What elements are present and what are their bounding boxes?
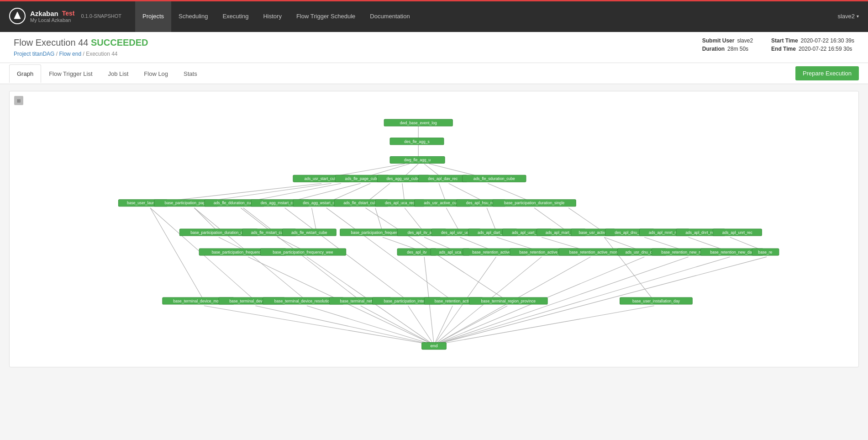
svg-text:des_apl_dav_rec: des_apl_dav_rec <box>428 176 458 181</box>
svg-text:des_apl_itv: des_apl_itv <box>407 250 427 254</box>
svg-text:end: end <box>430 343 437 348</box>
svg-text:ads_fle_mstart_cube: ads_fle_mstart_cube <box>251 230 288 235</box>
nav-brand: Azkaban Test My Local Azkaban 0.1.0-SNAP… <box>9 8 121 24</box>
node-base_user_installation_day[interactable]: base_user_installation_day <box>620 297 693 304</box>
end-time-value: 2020-07-22 16:59 30s <box>799 46 852 52</box>
tab-stats[interactable]: Stats <box>176 64 205 83</box>
svg-text:base_terminal_region_province: base_terminal_region_province <box>481 299 536 303</box>
node-base_terminal_region_province[interactable]: base_terminal_region_province <box>469 297 547 304</box>
tab-graph[interactable]: Graph <box>9 64 41 83</box>
svg-text:ads_fle_wstart_cube: ads_fle_wstart_cube <box>291 230 327 235</box>
svg-text:ads_apl_unrt_rec: ads_apl_unrt_rec <box>722 230 753 235</box>
breadcrumb-project-link[interactable]: Project titanDAG <box>14 51 54 57</box>
start-time-label: Start Time <box>771 37 798 44</box>
svg-text:des_apl_hsu_rec: des_apl_hsu_rec <box>466 201 496 206</box>
node-des_apl_dav_rec[interactable]: des_apl_dav_rec <box>418 175 467 182</box>
svg-text:base_terminal_device_resolutio: base_terminal_device_resolution <box>274 299 331 303</box>
node-ads_apl_unrt_rec[interactable]: ads_apl_unrt_rec <box>713 229 762 236</box>
svg-line-44 <box>434 306 508 345</box>
nav-link-flow-trigger-schedule[interactable]: Flow Trigger Schedule <box>289 0 363 32</box>
nav-logo <box>9 8 26 24</box>
svg-text:ads_fle_dstart_cube: ads_fle_dstart_cube <box>343 201 379 206</box>
node-base_participation_duration_single[interactable]: base_participation_duration_single <box>493 200 576 207</box>
svg-text:ads_apl_mnrt_rec: ads_apl_mnrt_rec <box>649 230 680 235</box>
svg-text:ads_apl_dnrt_rec: ads_apl_dnrt_rec <box>685 230 716 235</box>
duration-label: Duration <box>702 46 725 52</box>
duration-value: 28m 50s <box>727 46 748 52</box>
svg-text:base_participation_page: base_participation_page <box>165 201 208 206</box>
node-dwg_fle_agg_u[interactable]: dwg_fle_agg_u <box>390 157 445 164</box>
svg-text:ads_fle_sduration_cube: ads_fle_sduration_cube <box>473 176 515 181</box>
svg-text:base_participation_duration_da: base_participation_duration_day <box>190 230 247 235</box>
node-des_fle_agg_s[interactable]: des_fle_agg_s <box>390 138 444 145</box>
svg-text:base_re: base_re <box>758 250 772 254</box>
svg-text:base_retention_new_day: base_retention_new_day <box>710 250 754 254</box>
tab-flow-log[interactable]: Flow Log <box>136 64 176 83</box>
brand-name: Azkaban <box>30 10 58 17</box>
test-sub: My Local Azkaban <box>30 17 74 23</box>
svg-text:des_fle_agg_s: des_fle_agg_s <box>404 139 430 144</box>
svg-line-46 <box>150 208 204 301</box>
nav-link-executing[interactable]: Executing <box>215 0 256 32</box>
svg-line-39 <box>255 306 434 345</box>
header-meta: Submit User slave2 Duration 28m 50s Star… <box>702 37 854 52</box>
node-ads_fle_sduration_cube[interactable]: ads_fle_sduration_cube <box>463 175 526 182</box>
node-dwd_base_event_log[interactable]: dwd_base_event_log <box>384 119 452 126</box>
end-time-label: End Time <box>771 46 796 52</box>
tabs: Graph Flow Trigger List Job List Flow Lo… <box>9 64 205 82</box>
nav-links: Projects Scheduling Executing History Fl… <box>135 0 837 32</box>
tab-flow-trigger-list[interactable]: Flow Trigger List <box>41 64 100 83</box>
node-end[interactable]: end <box>422 343 447 350</box>
nav-username: slave2 <box>837 13 855 20</box>
submit-user-value: slave2 <box>737 37 753 44</box>
header-left: Flow Execution 44 SUCCEEDED Project tita… <box>14 37 148 57</box>
svg-line-41 <box>361 306 434 345</box>
node-ads_fle_wstart_cube[interactable]: ads_fle_wstart_cube <box>282 229 336 236</box>
nav-user-menu[interactable]: slave2 <box>837 13 859 20</box>
svg-text:base_retention_active_month: base_retention_active_month <box>569 250 621 254</box>
breadcrumb-execution: Execution 44 <box>86 51 117 57</box>
svg-line-53 <box>604 237 654 301</box>
breadcrumb: Project titanDAG / Flow end / Execution … <box>14 51 148 57</box>
navbar: Azkaban Test My Local Azkaban 0.1.0-SNAP… <box>0 0 868 32</box>
graph-tool-grid[interactable]: ⊞ <box>14 96 23 105</box>
svg-text:des_agg_usr_cube: des_agg_usr_cube <box>387 176 420 181</box>
nav-link-projects[interactable]: Projects <box>135 0 171 32</box>
nav-link-history[interactable]: History <box>256 0 289 32</box>
page-header: Flow Execution 44 SUCCEEDED Project tita… <box>0 32 868 63</box>
status-badge: SUCCEEDED <box>91 37 148 48</box>
nav-link-scheduling[interactable]: Scheduling <box>171 0 215 32</box>
svg-line-40 <box>307 306 434 345</box>
breadcrumb-flow-link[interactable]: Flow end <box>59 51 81 57</box>
graph-tools: ⊞ <box>14 96 23 105</box>
svg-text:base_usr_active: base_usr_active <box>579 230 608 235</box>
start-time-value: 2020-07-22 16:30 39s <box>801 37 854 44</box>
svg-text:dwd_base_event_log: dwd_base_event_log <box>400 121 437 125</box>
submit-user-label: Submit User <box>702 37 735 44</box>
prepare-execution-button[interactable]: Prepare Execution <box>795 66 859 80</box>
svg-text:ads_fle_dduration_cube: ads_fle_dduration_cube <box>214 201 256 206</box>
node-base_participation_frequency_wee[interactable]: base_participation_frequency_wee <box>260 249 346 255</box>
svg-text:des_apl_usr_uca: des_apl_usr_uca <box>441 230 471 235</box>
svg-text:ads_usr_active_cube: ads_usr_active_cube <box>424 201 461 206</box>
tab-bar: Graph Flow Trigger List Job List Flow Lo… <box>0 63 868 84</box>
tab-job-list[interactable]: Job List <box>100 64 137 83</box>
svg-text:des_apl_uca_rec: des_apl_uca_rec <box>385 201 415 206</box>
svg-line-43 <box>434 306 453 345</box>
svg-text:base_retention_activit: base_retention_activit <box>435 299 473 303</box>
node-base_re[interactable]: base_re <box>752 249 779 255</box>
graph-container: ⊞ <box>9 91 859 367</box>
svg-text:dwg_fle_agg_u: dwg_fle_agg_u <box>404 158 431 162</box>
flow-title: Flow Execution 44 SUCCEEDED <box>14 37 148 48</box>
svg-text:base_participation_frequency_w: base_participation_frequency_wee <box>273 250 333 254</box>
svg-text:base_participation_duration_si: base_participation_duration_single <box>504 201 565 206</box>
svg-text:base_participation_interva: base_participation_interva <box>384 299 430 303</box>
graph-svg: dwd_base_event_log des_fle_agg_s dwg_fle… <box>10 91 858 366</box>
svg-text:base_user_installation_day: base_user_installation_day <box>632 299 680 303</box>
brand-version: 0.1.0-SNAPSHOT <box>81 13 121 19</box>
test-label: Test <box>62 10 75 17</box>
svg-text:ads_fle_page_cube: ads_fle_page_cube <box>345 176 379 181</box>
nav-link-documentation[interactable]: Documentation <box>363 0 417 32</box>
svg-text:ads_apl_uca: ads_apl_uca <box>439 250 462 254</box>
svg-text:base_terminal_device_mode: base_terminal_device_mode <box>173 299 223 303</box>
